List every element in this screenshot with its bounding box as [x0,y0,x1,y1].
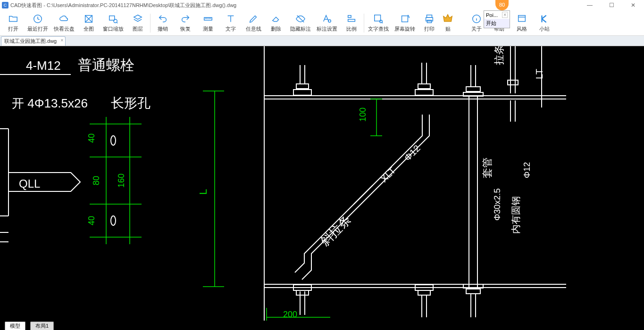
svg-rect-6 [348,16,351,18]
popup-close-icon[interactable]: × [502,12,508,18]
svg-text:拉条: 拉条 [493,46,505,65]
k-icon [538,13,551,25]
layers-button[interactable]: 图层 [126,11,149,35]
findtext-button[interactable]: 文字查找 [365,11,392,35]
svg-rect-48 [296,290,309,295]
svg-rect-50 [418,84,430,89]
vip-icon [442,13,454,25]
popup-start-row[interactable]: 开始 [484,19,510,28]
station-button[interactable]: 小站 [533,11,556,35]
window-title: CAD快速看图 - C:\Users\Administrator.PC-2014… [10,2,236,9]
svg-rect-43 [293,90,311,95]
annotation-settings-icon [321,13,333,25]
svg-text:200: 200 [283,310,297,319]
measure-button[interactable]: 测量 [197,11,219,35]
text-button[interactable]: 文字 [219,11,242,35]
svg-text:开 4Φ13.5x26: 开 4Φ13.5x26 [12,96,88,110]
rotate-icon [399,13,411,25]
cad-canvas[interactable]: 4-M12 普通螺栓 开 4Φ13.5x26 长形孔 QLL 40 40 80 … [0,46,644,321]
layers-icon [132,13,144,25]
svg-rect-16 [519,16,526,22]
svg-rect-62 [466,289,480,294]
ruler-icon [202,13,214,25]
zoomwin-button[interactable]: 窗口缩放 [100,11,126,35]
svg-rect-60 [466,87,480,91]
svg-rect-54 [418,290,430,295]
window-controls: — ☐ ✕ [579,0,644,10]
svg-text:普通螺栓: 普通螺栓 [78,57,134,73]
folder-open-icon [7,13,19,25]
hideann-button[interactable]: 隐藏标注 [287,11,314,35]
svg-point-23 [111,136,116,145]
svg-text:套管: 套管 [481,157,493,178]
bottom-tabbar: 模型 布局1 [0,321,644,330]
style-button[interactable]: 风格 [510,11,533,35]
zoom-window-icon [107,13,119,25]
notification-badge[interactable]: 80 [495,0,509,10]
svg-rect-42 [296,84,309,89]
maximize-button[interactable]: ☐ [601,0,622,10]
scale-button[interactable]: 比例 [340,11,363,35]
cloud-button[interactable]: 快看云盘 [51,11,77,35]
svg-text:100: 100 [358,107,368,122]
svg-text:内有圆钢: 内有圆钢 [510,196,521,234]
svg-text:L: L [197,189,209,195]
scale-icon [345,13,358,25]
svg-text:长形孔: 长形孔 [111,96,151,110]
redo-icon [179,13,192,25]
annset-button[interactable]: 标注设置 [314,11,340,35]
separator [150,14,151,33]
popup-title-row: Poi...× [484,11,510,19]
search-text-icon [372,13,385,25]
svg-text:QLL: QLL [19,177,40,190]
print-icon [423,13,435,25]
svg-text:Φ30x2.5: Φ30x2.5 [493,189,502,221]
fullview-button[interactable]: 全图 [77,11,100,35]
svg-text:160: 160 [117,173,126,188]
close-button[interactable]: ✕ [622,0,644,10]
titlebar: C CAD快速看图 - C:\Users\Administrator.PC-20… [0,0,644,10]
info-icon [470,13,483,25]
svg-rect-10 [402,16,408,22]
svg-text:XLT: XLT [378,165,397,184]
pencil-icon [247,13,259,25]
file-tab-label: 联城工业园施工图.dwg [4,38,57,44]
svg-rect-11 [427,15,432,18]
cloud-icon [58,13,70,25]
style-icon [516,13,528,25]
close-tab-icon[interactable]: × [60,38,63,43]
layout1-tab[interactable]: 布局1 [30,322,54,330]
svg-text:80: 80 [92,176,101,185]
svg-rect-70 [508,80,518,85]
print-button[interactable]: 打印 [418,11,441,35]
fullview-icon [83,13,95,25]
undo-icon [157,13,169,25]
redo-button[interactable]: 恢复 [174,11,197,35]
popup-panel: Poi...× 开始 [484,10,510,28]
svg-text:40: 40 [87,133,96,143]
svg-rect-7 [348,19,355,22]
rotate-button[interactable]: 屏幕旋转 [392,11,418,35]
svg-text:4-M12: 4-M12 [26,58,61,73]
minimize-button[interactable]: — [579,0,601,10]
open-button[interactable]: 打开 [2,11,25,35]
svg-text:LT: LT [534,69,544,79]
separator [364,14,364,33]
file-tab[interactable]: 联城工业园施工图.dwg × [1,36,66,46]
recent-button[interactable]: 最近打开 [25,11,51,35]
delete-button[interactable]: 删除 [265,11,287,35]
file-tabbar: 联城工业园施工图.dwg × [0,36,644,46]
text-icon [225,13,237,25]
clock-icon [32,13,44,25]
vip-button[interactable]: 贴 [441,11,455,35]
model-tab[interactable]: 模型 [5,322,25,330]
app-icon: C [2,2,8,8]
svg-text:40: 40 [87,216,96,225]
freeline-button[interactable]: 任意线 [242,11,265,35]
svg-text:斜拉条: 斜拉条 [318,213,353,248]
svg-rect-8 [375,15,381,21]
svg-point-24 [111,216,116,225]
svg-text:Φ12: Φ12 [522,162,532,178]
eraser-icon [270,13,282,25]
undo-button[interactable]: 撤销 [151,11,174,35]
